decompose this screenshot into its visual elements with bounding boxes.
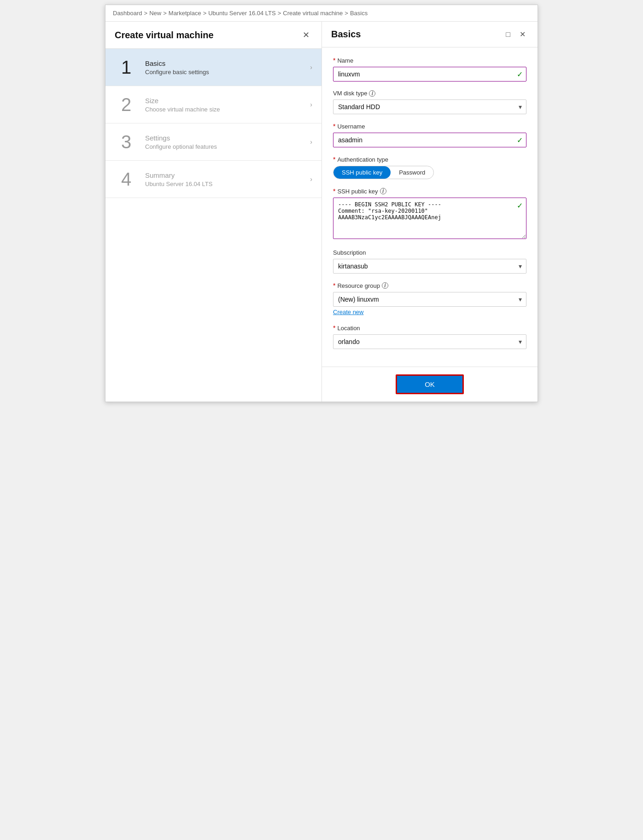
step-2-number: 2 bbox=[115, 95, 138, 114]
right-panel-header: Basics □ ✕ bbox=[322, 22, 538, 47]
breadcrumb-dashboard[interactable]: Dashboard bbox=[113, 10, 142, 17]
location-label: * Location bbox=[333, 324, 526, 332]
resource-group-form-group: * Resource group i (New) linuxvm Create … bbox=[333, 282, 526, 316]
create-new-link[interactable]: Create new bbox=[333, 309, 363, 315]
left-panel-header: Create virtual machine ✕ bbox=[105, 22, 322, 49]
location-form-group: * Location orlando bbox=[333, 324, 526, 349]
ssh-key-info-icon[interactable]: i bbox=[380, 188, 386, 194]
resource-group-label: * Resource group i bbox=[333, 282, 526, 289]
auth-type-label: * Authentication type bbox=[333, 156, 526, 163]
username-required-star: * bbox=[333, 122, 335, 130]
main-content: Create virtual machine ✕ 1 Basics Config… bbox=[105, 22, 538, 402]
step-2-info: Size Choose virtual machine size bbox=[145, 97, 310, 113]
auth-type-required-star: * bbox=[333, 156, 335, 163]
subscription-select-wrapper: kirtanasub bbox=[333, 259, 526, 274]
auth-type-toggle: SSH public key Password bbox=[333, 166, 434, 179]
ssh-key-textarea[interactable]: ---- BEGIN SSH2 PUBLIC KEY ---- Comment:… bbox=[333, 198, 526, 239]
left-panel-title: Create virtual machine bbox=[115, 30, 214, 41]
left-panel: Create virtual machine ✕ 1 Basics Config… bbox=[105, 22, 322, 402]
step-1-title: Basics bbox=[145, 59, 310, 67]
step-3-settings[interactable]: 3 Settings Configure optional features › bbox=[105, 123, 322, 161]
step-4-summary[interactable]: 4 Summary Ubuntu Server 16.04 LTS › bbox=[105, 161, 322, 198]
location-select-wrapper: orlando bbox=[333, 334, 526, 349]
username-label: * Username bbox=[333, 122, 526, 130]
ssh-public-key-button[interactable]: SSH public key bbox=[333, 166, 391, 179]
breadcrumb-marketplace[interactable]: Marketplace bbox=[169, 10, 201, 17]
steps-list: 1 Basics Configure basic settings › 2 Si… bbox=[105, 49, 322, 402]
vm-disk-type-select[interactable]: Standard HDD Premium SSD Standard SSD bbox=[333, 99, 526, 114]
step-3-arrow: › bbox=[310, 138, 312, 146]
step-4-title: Summary bbox=[145, 171, 310, 179]
subscription-select[interactable]: kirtanasub bbox=[333, 259, 526, 274]
form-body: * Name ✓ VM disk type i bbox=[322, 47, 538, 367]
location-required-star: * bbox=[333, 324, 335, 332]
breadcrumb-sep1: > bbox=[144, 10, 148, 17]
ssh-key-textarea-wrapper: ---- BEGIN SSH2 PUBLIC KEY ---- Comment:… bbox=[333, 198, 526, 241]
name-form-group: * Name ✓ bbox=[333, 57, 526, 82]
right-panel-close-button[interactable]: ✕ bbox=[517, 29, 528, 40]
vm-disk-type-select-wrapper: Standard HDD Premium SSD Standard SSD bbox=[333, 99, 526, 114]
ssh-key-required-star: * bbox=[333, 187, 335, 195]
resource-group-required-star: * bbox=[333, 282, 335, 289]
breadcrumb-sep3: > bbox=[203, 10, 207, 17]
step-3-info: Settings Configure optional features bbox=[145, 134, 310, 150]
subscription-label-text: Subscription bbox=[333, 249, 366, 256]
username-form-group: * Username ✓ bbox=[333, 122, 526, 147]
resource-group-select[interactable]: (New) linuxvm bbox=[333, 292, 526, 307]
username-input-wrapper: ✓ bbox=[333, 133, 526, 147]
breadcrumb: Dashboard > New > Marketplace > Ubuntu S… bbox=[105, 5, 538, 22]
vm-disk-type-label-text: VM disk type bbox=[333, 90, 367, 97]
name-label: * Name bbox=[333, 57, 526, 64]
username-input[interactable] bbox=[333, 133, 526, 147]
resource-group-info-icon[interactable]: i bbox=[382, 282, 388, 289]
maximize-button[interactable]: □ bbox=[503, 29, 513, 40]
subscription-label: Subscription bbox=[333, 249, 526, 256]
vm-disk-type-label: VM disk type i bbox=[333, 90, 526, 97]
password-button[interactable]: Password bbox=[391, 166, 433, 179]
name-input[interactable] bbox=[333, 67, 526, 82]
breadcrumb-ubuntu[interactable]: Ubuntu Server 16.04 LTS bbox=[208, 10, 275, 17]
step-1-arrow: › bbox=[310, 64, 312, 71]
breadcrumb-new[interactable]: New bbox=[149, 10, 161, 17]
username-checkmark: ✓ bbox=[517, 136, 523, 145]
vm-disk-type-form-group: VM disk type i Standard HDD Premium SSD … bbox=[333, 90, 526, 114]
right-panel: Basics □ ✕ * Name ✓ bbox=[322, 22, 538, 402]
create-vm-window: Dashboard > New > Marketplace > Ubuntu S… bbox=[105, 5, 538, 402]
step-4-number: 4 bbox=[115, 170, 138, 188]
ok-button[interactable]: OK bbox=[396, 374, 464, 394]
breadcrumb-sep5: > bbox=[345, 10, 348, 17]
step-1-subtitle: Configure basic settings bbox=[145, 69, 310, 76]
breadcrumb-create-vm[interactable]: Create virtual machine bbox=[283, 10, 343, 17]
name-label-text: Name bbox=[337, 57, 353, 64]
location-select[interactable]: orlando bbox=[333, 334, 526, 349]
name-required-star: * bbox=[333, 57, 335, 64]
name-checkmark: ✓ bbox=[517, 70, 523, 79]
ssh-key-checkmark: ✓ bbox=[517, 201, 523, 210]
step-1-basics[interactable]: 1 Basics Configure basic settings › bbox=[105, 49, 322, 86]
right-panel-title: Basics bbox=[331, 29, 361, 40]
right-panel-actions: □ ✕ bbox=[503, 29, 528, 40]
breadcrumb-basics: Basics bbox=[350, 10, 368, 17]
name-input-wrapper: ✓ bbox=[333, 67, 526, 82]
breadcrumb-sep4: > bbox=[278, 10, 281, 17]
form-footer: OK bbox=[322, 367, 538, 402]
step-2-size[interactable]: 2 Size Choose virtual machine size › bbox=[105, 86, 322, 123]
username-label-text: Username bbox=[337, 123, 365, 130]
ssh-key-form-group: * SSH public key i ---- BEGIN SSH2 PUBLI… bbox=[333, 187, 526, 241]
step-3-number: 3 bbox=[115, 133, 138, 151]
step-3-subtitle: Configure optional features bbox=[145, 143, 310, 150]
resource-group-label-text: Resource group bbox=[337, 282, 380, 289]
step-4-arrow: › bbox=[310, 175, 312, 183]
resource-group-select-wrapper: (New) linuxvm bbox=[333, 292, 526, 307]
step-1-number: 1 bbox=[115, 58, 138, 76]
vm-disk-type-info-icon[interactable]: i bbox=[369, 90, 375, 97]
step-1-info: Basics Configure basic settings bbox=[145, 59, 310, 76]
auth-type-label-text: Authentication type bbox=[337, 156, 388, 163]
auth-type-form-group: * Authentication type SSH public key Pas… bbox=[333, 156, 526, 179]
step-4-info: Summary Ubuntu Server 16.04 LTS bbox=[145, 171, 310, 187]
breadcrumb-sep2: > bbox=[163, 10, 167, 17]
left-panel-close-button[interactable]: ✕ bbox=[300, 29, 312, 41]
subscription-form-group: Subscription kirtanasub bbox=[333, 249, 526, 274]
ssh-key-label-text: SSH public key bbox=[337, 188, 378, 195]
step-2-title: Size bbox=[145, 97, 310, 105]
